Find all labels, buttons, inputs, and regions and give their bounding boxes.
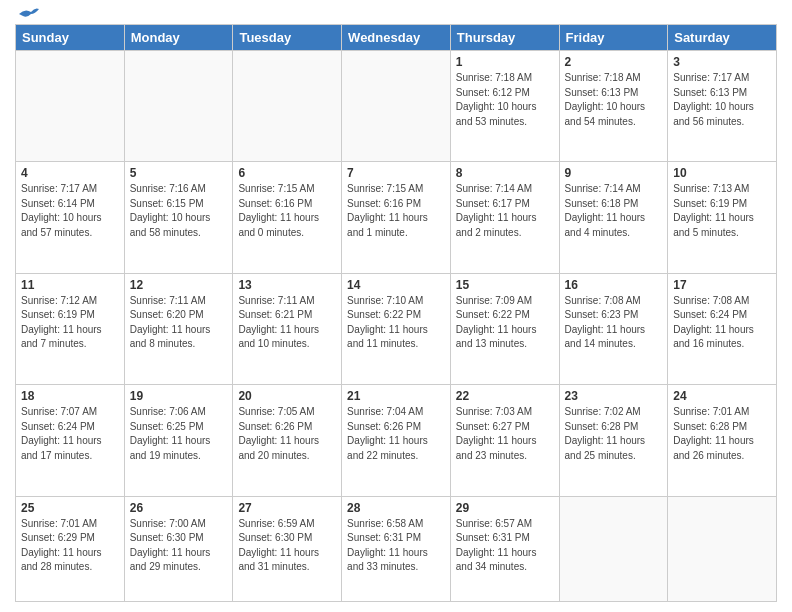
day-info: Sunrise: 7:07 AM Sunset: 6:24 PM Dayligh…: [21, 405, 119, 463]
day-number: 21: [347, 389, 445, 403]
day-of-week-wednesday: Wednesday: [342, 25, 451, 51]
day-info: Sunrise: 7:14 AM Sunset: 6:18 PM Dayligh…: [565, 182, 663, 240]
day-of-week-tuesday: Tuesday: [233, 25, 342, 51]
day-of-week-sunday: Sunday: [16, 25, 125, 51]
day-number: 17: [673, 278, 771, 292]
day-info: Sunrise: 7:03 AM Sunset: 6:27 PM Dayligh…: [456, 405, 554, 463]
day-number: 27: [238, 501, 336, 515]
calendar-cell: 23Sunrise: 7:02 AM Sunset: 6:28 PM Dayli…: [559, 385, 668, 496]
day-info: Sunrise: 7:11 AM Sunset: 6:21 PM Dayligh…: [238, 294, 336, 352]
calendar-cell: 15Sunrise: 7:09 AM Sunset: 6:22 PM Dayli…: [450, 273, 559, 384]
day-number: 16: [565, 278, 663, 292]
day-info: Sunrise: 7:08 AM Sunset: 6:23 PM Dayligh…: [565, 294, 663, 352]
day-info: Sunrise: 7:13 AM Sunset: 6:19 PM Dayligh…: [673, 182, 771, 240]
day-info: Sunrise: 7:16 AM Sunset: 6:15 PM Dayligh…: [130, 182, 228, 240]
calendar-cell: 24Sunrise: 7:01 AM Sunset: 6:28 PM Dayli…: [668, 385, 777, 496]
logo: [15, 10, 39, 18]
calendar-week-4: 18Sunrise: 7:07 AM Sunset: 6:24 PM Dayli…: [16, 385, 777, 496]
day-info: Sunrise: 7:00 AM Sunset: 6:30 PM Dayligh…: [130, 517, 228, 575]
calendar-cell: [233, 51, 342, 162]
day-number: 11: [21, 278, 119, 292]
calendar-cell: 10Sunrise: 7:13 AM Sunset: 6:19 PM Dayli…: [668, 162, 777, 273]
day-number: 14: [347, 278, 445, 292]
calendar-cell: 2Sunrise: 7:18 AM Sunset: 6:13 PM Daylig…: [559, 51, 668, 162]
day-info: Sunrise: 7:01 AM Sunset: 6:29 PM Dayligh…: [21, 517, 119, 575]
day-number: 8: [456, 166, 554, 180]
calendar-cell: [342, 51, 451, 162]
calendar-cell: 21Sunrise: 7:04 AM Sunset: 6:26 PM Dayli…: [342, 385, 451, 496]
calendar-cell: 13Sunrise: 7:11 AM Sunset: 6:21 PM Dayli…: [233, 273, 342, 384]
header: [15, 10, 777, 18]
day-number: 18: [21, 389, 119, 403]
calendar-cell: 25Sunrise: 7:01 AM Sunset: 6:29 PM Dayli…: [16, 496, 125, 601]
day-info: Sunrise: 7:04 AM Sunset: 6:26 PM Dayligh…: [347, 405, 445, 463]
day-number: 12: [130, 278, 228, 292]
logo-bird-icon: [17, 6, 39, 22]
calendar-cell: 18Sunrise: 7:07 AM Sunset: 6:24 PM Dayli…: [16, 385, 125, 496]
day-number: 28: [347, 501, 445, 515]
day-of-week-thursday: Thursday: [450, 25, 559, 51]
calendar-week-5: 25Sunrise: 7:01 AM Sunset: 6:29 PM Dayli…: [16, 496, 777, 601]
day-number: 23: [565, 389, 663, 403]
calendar-page: SundayMondayTuesdayWednesdayThursdayFrid…: [0, 0, 792, 612]
calendar-cell: 12Sunrise: 7:11 AM Sunset: 6:20 PM Dayli…: [124, 273, 233, 384]
calendar-cell: 1Sunrise: 7:18 AM Sunset: 6:12 PM Daylig…: [450, 51, 559, 162]
calendar-cell: [668, 496, 777, 601]
day-of-week-friday: Friday: [559, 25, 668, 51]
calendar-cell: 26Sunrise: 7:00 AM Sunset: 6:30 PM Dayli…: [124, 496, 233, 601]
calendar-cell: 3Sunrise: 7:17 AM Sunset: 6:13 PM Daylig…: [668, 51, 777, 162]
day-number: 29: [456, 501, 554, 515]
day-number: 20: [238, 389, 336, 403]
day-info: Sunrise: 6:57 AM Sunset: 6:31 PM Dayligh…: [456, 517, 554, 575]
day-info: Sunrise: 6:58 AM Sunset: 6:31 PM Dayligh…: [347, 517, 445, 575]
calendar-cell: 16Sunrise: 7:08 AM Sunset: 6:23 PM Dayli…: [559, 273, 668, 384]
calendar-cell: 17Sunrise: 7:08 AM Sunset: 6:24 PM Dayli…: [668, 273, 777, 384]
day-info: Sunrise: 7:18 AM Sunset: 6:13 PM Dayligh…: [565, 71, 663, 129]
calendar-cell: [559, 496, 668, 601]
calendar-week-1: 1Sunrise: 7:18 AM Sunset: 6:12 PM Daylig…: [16, 51, 777, 162]
day-number: 22: [456, 389, 554, 403]
day-of-week-monday: Monday: [124, 25, 233, 51]
calendar-cell: 14Sunrise: 7:10 AM Sunset: 6:22 PM Dayli…: [342, 273, 451, 384]
day-info: Sunrise: 7:01 AM Sunset: 6:28 PM Dayligh…: [673, 405, 771, 463]
day-number: 5: [130, 166, 228, 180]
calendar-cell: 28Sunrise: 6:58 AM Sunset: 6:31 PM Dayli…: [342, 496, 451, 601]
day-info: Sunrise: 7:10 AM Sunset: 6:22 PM Dayligh…: [347, 294, 445, 352]
day-info: Sunrise: 7:15 AM Sunset: 6:16 PM Dayligh…: [347, 182, 445, 240]
day-number: 3: [673, 55, 771, 69]
day-info: Sunrise: 7:06 AM Sunset: 6:25 PM Dayligh…: [130, 405, 228, 463]
day-info: Sunrise: 7:17 AM Sunset: 6:13 PM Dayligh…: [673, 71, 771, 129]
day-number: 19: [130, 389, 228, 403]
calendar-cell: 19Sunrise: 7:06 AM Sunset: 6:25 PM Dayli…: [124, 385, 233, 496]
day-number: 4: [21, 166, 119, 180]
calendar-cell: 8Sunrise: 7:14 AM Sunset: 6:17 PM Daylig…: [450, 162, 559, 273]
day-number: 10: [673, 166, 771, 180]
calendar-week-2: 4Sunrise: 7:17 AM Sunset: 6:14 PM Daylig…: [16, 162, 777, 273]
day-info: Sunrise: 7:12 AM Sunset: 6:19 PM Dayligh…: [21, 294, 119, 352]
day-info: Sunrise: 6:59 AM Sunset: 6:30 PM Dayligh…: [238, 517, 336, 575]
calendar-cell: 27Sunrise: 6:59 AM Sunset: 6:30 PM Dayli…: [233, 496, 342, 601]
day-number: 24: [673, 389, 771, 403]
day-info: Sunrise: 7:17 AM Sunset: 6:14 PM Dayligh…: [21, 182, 119, 240]
day-number: 15: [456, 278, 554, 292]
day-info: Sunrise: 7:18 AM Sunset: 6:12 PM Dayligh…: [456, 71, 554, 129]
calendar-cell: 4Sunrise: 7:17 AM Sunset: 6:14 PM Daylig…: [16, 162, 125, 273]
day-number: 1: [456, 55, 554, 69]
day-number: 2: [565, 55, 663, 69]
day-number: 7: [347, 166, 445, 180]
day-info: Sunrise: 7:11 AM Sunset: 6:20 PM Dayligh…: [130, 294, 228, 352]
day-number: 13: [238, 278, 336, 292]
day-info: Sunrise: 7:14 AM Sunset: 6:17 PM Dayligh…: [456, 182, 554, 240]
calendar-cell: 22Sunrise: 7:03 AM Sunset: 6:27 PM Dayli…: [450, 385, 559, 496]
day-info: Sunrise: 7:02 AM Sunset: 6:28 PM Dayligh…: [565, 405, 663, 463]
calendar-cell: 20Sunrise: 7:05 AM Sunset: 6:26 PM Dayli…: [233, 385, 342, 496]
day-number: 6: [238, 166, 336, 180]
day-of-week-saturday: Saturday: [668, 25, 777, 51]
day-number: 25: [21, 501, 119, 515]
calendar-cell: 9Sunrise: 7:14 AM Sunset: 6:18 PM Daylig…: [559, 162, 668, 273]
calendar-cell: 29Sunrise: 6:57 AM Sunset: 6:31 PM Dayli…: [450, 496, 559, 601]
day-number: 26: [130, 501, 228, 515]
day-info: Sunrise: 7:05 AM Sunset: 6:26 PM Dayligh…: [238, 405, 336, 463]
calendar-header-row: SundayMondayTuesdayWednesdayThursdayFrid…: [16, 25, 777, 51]
calendar-cell: 7Sunrise: 7:15 AM Sunset: 6:16 PM Daylig…: [342, 162, 451, 273]
